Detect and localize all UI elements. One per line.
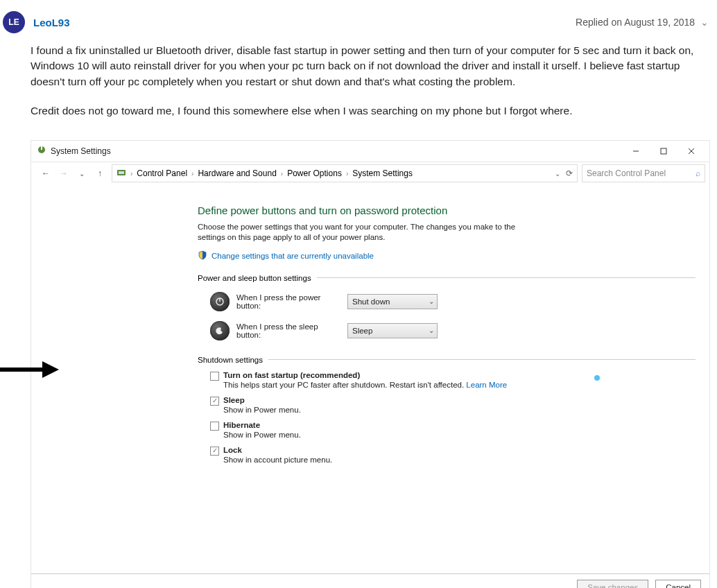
lock-checkbox-desc: Show in account picture menu.	[223, 456, 332, 464]
lock-checkbox-label: Lock	[223, 446, 242, 454]
divider	[268, 359, 696, 360]
sleep-checkbox-row: Sleep Show in Power menu.	[198, 396, 696, 414]
fast-startup-checkbox-row: Turn on fast startup (recommended) This …	[198, 371, 696, 389]
app-icon	[37, 145, 46, 157]
hibernate-checkbox-row: Hibernate Show in Power menu.	[198, 421, 696, 439]
sleep-checkbox-desc: Show in Power menu.	[223, 406, 301, 414]
fast-startup-checkbox[interactable]	[210, 372, 219, 381]
power-button-dropdown[interactable]: Shut down ⌄	[347, 294, 438, 309]
page-subheading: Choose the power settings that you want …	[198, 222, 544, 243]
footer: Save changes Cancel	[31, 573, 709, 588]
sleep-button-label: When I press the sleep button:	[236, 322, 340, 339]
save-changes-button[interactable]: Save changes	[577, 580, 648, 588]
author-link[interactable]: LeoL93	[33, 17, 70, 28]
post-header: LE LeoL93 Replied on August 19, 2018 ⌄	[3, 11, 709, 43]
control-panel-icon	[116, 168, 126, 180]
dropdown-value: Sleep	[352, 327, 372, 335]
chevron-right-icon: ›	[281, 170, 283, 178]
section-title: Power and sleep button settings	[198, 274, 311, 282]
sleep-checkbox-label: Sleep	[223, 396, 245, 404]
chevron-down-icon: ⌄	[700, 17, 709, 28]
shield-icon	[198, 250, 207, 261]
annotation-arrow	[0, 357, 59, 382]
titlebar: System Settings	[31, 141, 709, 162]
hibernate-checkbox[interactable]	[210, 422, 219, 431]
sleep-icon	[210, 321, 230, 340]
section-header: Shutdown settings	[198, 356, 696, 364]
reply-timestamp-text: Replied on August 19, 2018	[576, 17, 695, 28]
section-title: Shutdown settings	[198, 356, 263, 364]
dropdown-value: Shut down	[352, 297, 390, 306]
forward-button[interactable]: →	[59, 168, 69, 178]
power-button-row: When I press the power button: Shut down…	[198, 292, 696, 311]
recent-chevron-icon[interactable]: ⌄	[77, 168, 87, 178]
chevron-right-icon: ›	[346, 170, 348, 178]
search-input[interactable]: Search Control Panel ⌕	[582, 164, 705, 182]
svg-rect-3	[661, 148, 666, 154]
close-button[interactable]	[677, 141, 705, 161]
learn-more-link[interactable]: Learn More	[466, 381, 507, 389]
svg-rect-1	[41, 146, 42, 150]
chevron-down-icon: ⌄	[429, 327, 434, 334]
hibernate-checkbox-desc: Show in Power menu.	[223, 431, 301, 439]
breadcrumb-item[interactable]: Hardware and Sound	[198, 168, 276, 178]
lock-checkbox-row: Lock Show in account picture menu.	[198, 446, 696, 464]
fast-startup-desc: This helps start your PC faster after sh…	[223, 381, 466, 389]
content-area: Define power buttons and turn on passwor…	[31, 185, 709, 573]
breadcrumb-item[interactable]: System Settings	[352, 168, 413, 178]
breadcrumb-item[interactable]: Power Options	[287, 168, 342, 178]
svg-marker-11	[42, 361, 59, 378]
reply-timestamp[interactable]: Replied on August 19, 2018 ⌄	[576, 17, 709, 28]
lock-checkbox[interactable]	[210, 447, 219, 456]
change-settings-link[interactable]: Change settings that are currently unava…	[211, 252, 374, 260]
minimize-button[interactable]	[622, 141, 650, 161]
screenshot-window: System Settings ← → ⌄ ↑ › Control Panel	[31, 140, 710, 588]
chevron-down-icon[interactable]: ⌄	[555, 170, 560, 178]
svg-rect-7	[119, 171, 124, 174]
sleep-checkbox[interactable]	[210, 397, 219, 406]
power-button-label: When I press the power button:	[236, 293, 340, 310]
avatar[interactable]: LE	[3, 11, 25, 33]
power-icon	[210, 292, 230, 311]
page-heading: Define power buttons and turn on passwor…	[198, 205, 696, 216]
window-title: System Settings	[51, 146, 111, 156]
hibernate-checkbox-label: Hibernate	[223, 421, 260, 429]
fast-startup-label: Turn on fast startup (recommended)	[223, 371, 360, 379]
chevron-down-icon: ⌄	[429, 297, 434, 305]
sleep-button-row: When I press the sleep button: Sleep ⌄	[198, 321, 696, 340]
maximize-button[interactable]	[650, 141, 677, 161]
sleep-button-dropdown[interactable]: Sleep ⌄	[347, 323, 438, 338]
navbar: ← → ⌄ ↑ › Control Panel › Hardware and S…	[31, 162, 709, 185]
chevron-right-icon: ›	[130, 170, 132, 178]
cancel-button[interactable]: Cancel	[655, 580, 701, 588]
annotation-dot	[594, 375, 600, 381]
breadcrumb-item[interactable]: Control Panel	[137, 168, 187, 178]
post-paragraph: Credit does not go toward me, I found th…	[31, 103, 709, 119]
chevron-right-icon: ›	[191, 170, 193, 178]
divider	[317, 277, 696, 278]
search-icon: ⌕	[696, 168, 700, 178]
search-placeholder: Search Control Panel	[587, 168, 666, 178]
up-button[interactable]: ↑	[95, 168, 105, 178]
section-header: Power and sleep button settings	[198, 274, 696, 282]
back-button[interactable]: ←	[41, 168, 51, 178]
refresh-icon[interactable]: ⟳	[566, 168, 573, 178]
breadcrumb[interactable]: › Control Panel › Hardware and Sound › P…	[112, 164, 578, 182]
post-body: I found a fix uninstalled ur Bluetooth d…	[3, 43, 709, 140]
post-paragraph: I found a fix uninstalled ur Bluetooth d…	[31, 43, 709, 89]
